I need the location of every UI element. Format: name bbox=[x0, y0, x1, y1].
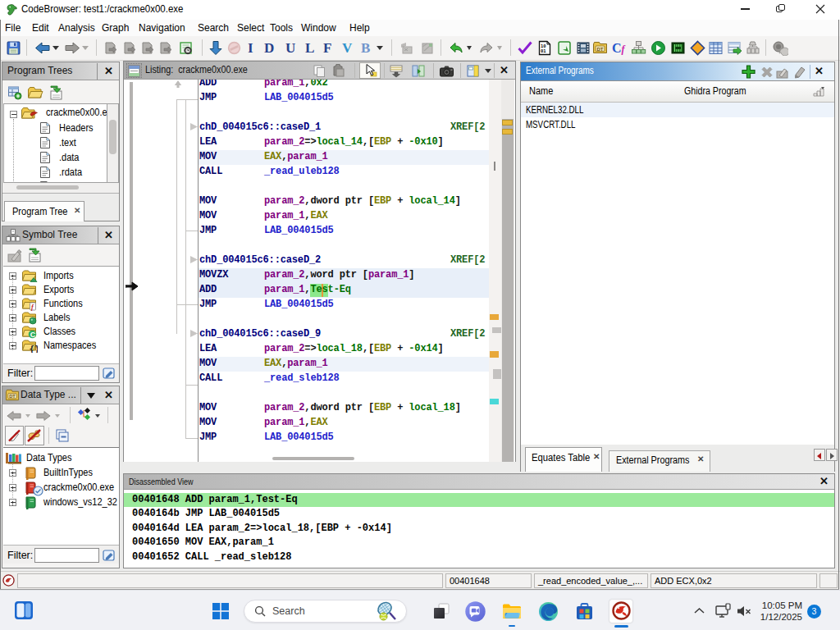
svg-text:DT: DT bbox=[9, 394, 16, 399]
svg-text:C: C bbox=[30, 331, 36, 339]
svg-text:DT: DT bbox=[597, 47, 604, 52]
svg-text:{}: {} bbox=[30, 344, 39, 354]
svg-text:01: 01 bbox=[541, 48, 546, 53]
